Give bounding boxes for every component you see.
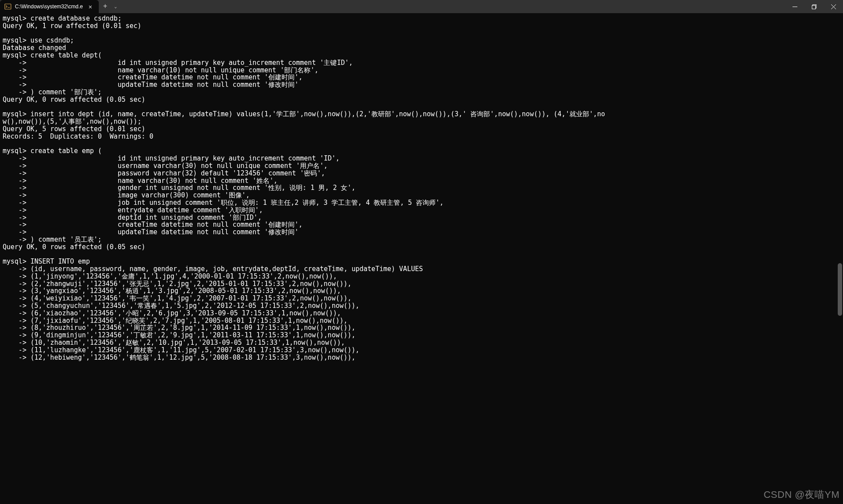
titlebar-tabs: C:\Windows\system32\cmd.e ✕ + ⌄ xyxy=(0,0,119,13)
maximize-button[interactable] xyxy=(804,0,824,13)
titlebar: C:\Windows\system32\cmd.e ✕ + ⌄ xyxy=(0,0,843,13)
tab-dropdown-button[interactable]: ⌄ xyxy=(112,4,119,9)
tab-cmd[interactable]: C:\Windows\system32\cmd.e ✕ xyxy=(0,0,99,13)
close-button[interactable] xyxy=(824,0,843,13)
terminal-output[interactable]: mysql> create database csdndb; Query OK,… xyxy=(0,13,843,363)
scrollbar-track[interactable] xyxy=(837,13,843,504)
new-tab-button[interactable]: + xyxy=(99,3,112,11)
svg-rect-0 xyxy=(5,4,11,9)
window-controls xyxy=(785,0,843,13)
scrollbar-thumb[interactable] xyxy=(838,263,842,316)
terminal-icon xyxy=(4,3,11,10)
tab-title: C:\Windows\system32\cmd.e xyxy=(15,4,83,10)
tab-close-button[interactable]: ✕ xyxy=(86,3,94,11)
minimize-button[interactable] xyxy=(785,0,804,13)
svg-rect-3 xyxy=(812,5,815,9)
watermark: CSDN @夜喵YM xyxy=(764,488,839,501)
